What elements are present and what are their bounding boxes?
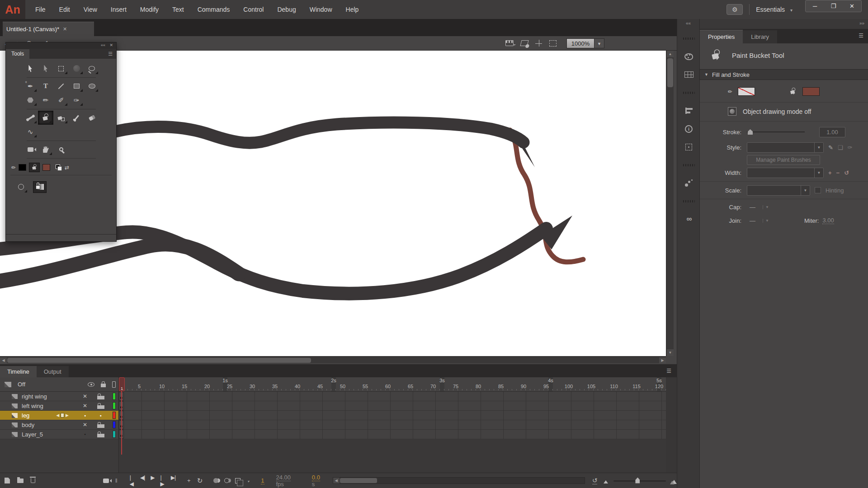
- layer-row-right-wing[interactable]: right wing ◀▶: [0, 392, 118, 401]
- loop-playback-button[interactable]: ↻: [197, 477, 203, 485]
- layer-outline-color[interactable]: [113, 393, 116, 400]
- clip-content-icon[interactable]: [505, 40, 514, 46]
- text-tool[interactable]: T: [38, 79, 53, 93]
- color-panel-icon[interactable]: [677, 47, 700, 66]
- panel-grip[interactable]: [677, 29, 700, 47]
- stroke-size-slider[interactable]: [747, 129, 805, 135]
- menu-item[interactable]: Edit: [59, 6, 70, 13]
- layer-name[interactable]: right wing: [22, 393, 47, 400]
- go-to-first-frame-button[interactable]: |◀: [130, 474, 134, 487]
- new-folder-button[interactable]: [17, 479, 24, 483]
- reset-width-profile-icon[interactable]: ↺: [844, 169, 849, 176]
- layer-lock-toggle[interactable]: [97, 424, 104, 428]
- stroke-style-dropdown[interactable]: ▼: [747, 142, 824, 153]
- step-forward-button[interactable]: |▶: [160, 474, 165, 487]
- paint-brush-tool[interactable]: ✐: [53, 93, 69, 107]
- eyedropper-tool[interactable]: [69, 111, 84, 125]
- menu-item[interactable]: View: [84, 6, 97, 13]
- parenting-view-toggle[interactable]: Off: [18, 381, 25, 388]
- layer-outline-color[interactable]: [113, 412, 116, 419]
- panel-menu-icon[interactable]: ☰: [108, 51, 113, 57]
- layer-name[interactable]: Layer_5: [22, 431, 43, 438]
- fill-color-swatch[interactable]: [42, 164, 50, 171]
- tab-timeline[interactable]: Timeline: [0, 366, 37, 377]
- frame-scrollbar[interactable]: ◀: [333, 477, 585, 484]
- collapse-dock-icon[interactable]: ««: [677, 19, 699, 29]
- transform-panel-icon[interactable]: [677, 138, 700, 156]
- tab-library[interactable]: Library: [743, 30, 777, 43]
- scale-dropdown[interactable]: ▼: [747, 185, 810, 196]
- layer-visibility-toggle[interactable]: [81, 393, 89, 399]
- menu-item[interactable]: Insert: [111, 6, 127, 13]
- menu-item[interactable]: Window: [310, 6, 332, 13]
- add-camera-button[interactable]: [103, 479, 109, 483]
- rotation-tool-icon[interactable]: [520, 40, 528, 46]
- add-width-profile-icon[interactable]: +: [828, 169, 832, 176]
- stroke-color-swatch[interactable]: [19, 164, 26, 171]
- reset-timeline-zoom-icon[interactable]: ↺: [592, 477, 598, 484]
- close-panel-icon[interactable]: ✕: [109, 43, 113, 47]
- layer-lock-toggle[interactable]: [97, 434, 104, 437]
- 3d-rotation-tool[interactable]: [69, 61, 84, 75]
- elapsed-time-value[interactable]: 0.0: [312, 474, 320, 481]
- width-profile-dropdown[interactable]: ▼: [747, 168, 824, 178]
- panel-menu-icon[interactable]: ☰: [859, 33, 863, 39]
- delete-layer-button[interactable]: [31, 478, 35, 483]
- subselection-tool[interactable]: [38, 61, 53, 75]
- tab-output[interactable]: Output: [37, 366, 69, 377]
- tools-separator[interactable]: [23, 75, 99, 79]
- camera-tool[interactable]: [23, 142, 38, 156]
- polystar-tool[interactable]: [23, 93, 38, 107]
- remove-width-profile-icon[interactable]: −: [836, 169, 840, 176]
- show-hide-all-icon[interactable]: [88, 382, 94, 387]
- onion-skin-icon[interactable]: [213, 478, 218, 483]
- fill-and-stroke-section-header[interactable]: ▼ Fill and Stroke: [700, 69, 868, 80]
- line-tool[interactable]: [53, 79, 69, 93]
- stage-zoom-input[interactable]: 1000%: [566, 38, 594, 48]
- document-tab[interactable]: Untitled-1 (Canvas)* ✕: [3, 22, 94, 36]
- menu-item[interactable]: Modify: [140, 6, 159, 13]
- outline-all-icon[interactable]: [112, 381, 116, 388]
- tools-panel-tab[interactable]: Tools: [6, 49, 29, 59]
- layer-outline-color[interactable]: [113, 421, 116, 428]
- stroke-color-swatch[interactable]: [738, 87, 755, 96]
- paint-bucket-tool[interactable]: [38, 111, 53, 125]
- panel-menu-icon[interactable]: ☰: [666, 368, 671, 374]
- frame-grid[interactable]: 1s2s3s4s5s510152025303540455055606570758…: [119, 377, 677, 473]
- tab-close-icon[interactable]: ✕: [63, 26, 67, 32]
- layer-visibility-toggle[interactable]: [81, 403, 89, 409]
- tab-properties[interactable]: Properties: [700, 30, 743, 43]
- layer-depth-button[interactable]: ‖: [115, 478, 118, 484]
- minimize-button[interactable]: ─: [806, 0, 824, 12]
- frame-rate-value[interactable]: 24.00: [276, 474, 291, 481]
- tools-separator[interactable]: [23, 156, 99, 160]
- cap-dropdown[interactable]: ▼: [763, 205, 769, 209]
- restore-button[interactable]: ❐: [824, 0, 843, 12]
- swap-colors-icon[interactable]: ⇄: [65, 164, 69, 171]
- layer-visibility-toggle[interactable]: [81, 433, 89, 436]
- layer-row-body[interactable]: body ◀▶: [0, 420, 118, 430]
- zoom-in-frames-icon[interactable]: [671, 477, 677, 484]
- stroke-rectangularity-icon[interactable]: ❏: [838, 144, 843, 151]
- cc-libraries-panel-icon[interactable]: ∞: [677, 210, 700, 228]
- playhead[interactable]: 1: [119, 377, 125, 391]
- lasso-tool[interactable]: [84, 61, 99, 75]
- ink-bottle-tool[interactable]: [53, 111, 69, 125]
- layer-name[interactable]: left wing: [22, 403, 43, 409]
- pencil-tool[interactable]: ✏: [38, 93, 53, 107]
- layer-lock-toggle[interactable]: [97, 414, 104, 417]
- gap-size-option[interactable]: [13, 180, 28, 194]
- lock-all-icon[interactable]: [101, 384, 106, 387]
- asset-warp-tool[interactable]: ∿: [23, 125, 38, 139]
- align-panel-icon[interactable]: [677, 102, 700, 120]
- layer-row-left-wing[interactable]: left wing ◀▶: [0, 401, 118, 411]
- workspace-selector[interactable]: Essentials ▾: [756, 6, 793, 13]
- center-stage-icon[interactable]: [535, 40, 542, 47]
- parenting-controls[interactable]: ◀▶: [56, 413, 69, 418]
- info-panel-icon[interactable]: i: [677, 120, 700, 138]
- layer-visibility-toggle[interactable]: [81, 422, 89, 428]
- layer-outline-color[interactable]: [113, 431, 116, 438]
- edit-multiple-frames-icon[interactable]: [235, 478, 241, 483]
- tools-separator[interactable]: [23, 139, 99, 142]
- object-drawing-toggle[interactable]: [728, 107, 736, 116]
